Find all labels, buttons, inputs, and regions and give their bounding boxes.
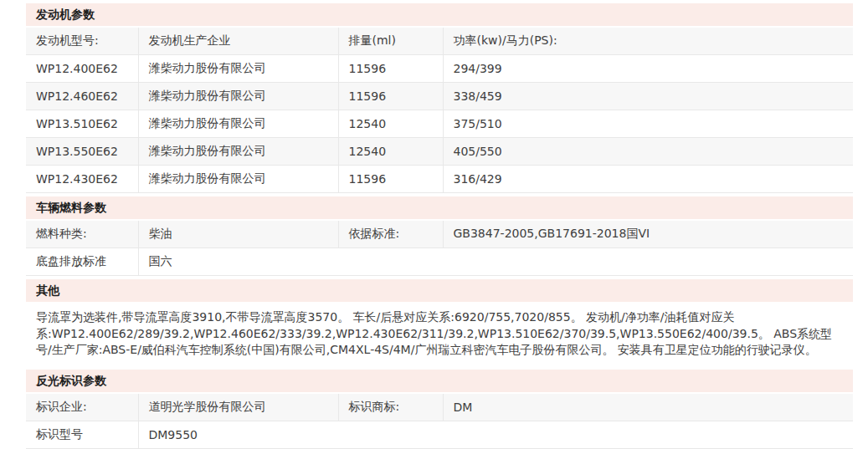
cell-engine-model: WP12.460E62 <box>26 83 138 110</box>
cell-engine-manufacturer: 潍柴动力股份有限公司 <box>138 83 338 110</box>
section-title-reflective-params: 反光标识参数 <box>26 370 853 392</box>
engine-params-table: 发动机型号: 发动机生产企业 排量(ml) 功率(kw)/马力(PS): WP1… <box>26 28 853 193</box>
cell-engine-model: WP13.510E62 <box>26 110 138 138</box>
fuel-row: 底盘排放标准 国六 <box>26 248 853 276</box>
col-header-engine-manufacturer: 发动机生产企业 <box>138 28 338 55</box>
col-header-engine-model: 发动机型号: <box>26 28 138 55</box>
cell-marking-company-label: 标识企业: <box>26 394 138 421</box>
cell-fuel-type-value: 柴油 <box>138 221 338 248</box>
cell-engine-manufacturer: 潍柴动力股份有限公司 <box>138 138 338 166</box>
fuel-row: 燃料种类: 柴油 依据标准: GB3847-2005,GB17691-2018国… <box>26 221 853 248</box>
cell-power: 294/399 <box>443 55 853 83</box>
section-title-fuel-params: 车辆燃料参数 <box>26 196 853 219</box>
cell-power: 316/429 <box>443 166 853 193</box>
cell-displacement: 12540 <box>338 110 443 138</box>
engine-row: WP12.430E62 潍柴动力股份有限公司 11596 316/429 <box>26 166 853 193</box>
cell-engine-model: WP12.400E62 <box>26 55 138 83</box>
cell-engine-manufacturer: 潍柴动力股份有限公司 <box>138 166 338 193</box>
cell-displacement: 12540 <box>338 138 443 166</box>
section-title-engine-params: 发动机参数 <box>26 3 853 26</box>
engine-row: WP12.460E62 潍柴动力股份有限公司 11596 338/459 <box>26 83 853 110</box>
cell-chassis-emission-value: 国六 <box>138 248 853 276</box>
cell-engine-manufacturer: 潍柴动力股份有限公司 <box>138 55 338 83</box>
cell-standard-value: GB3847-2005,GB17691-2018国VI <box>443 221 853 248</box>
other-notes-text: 导流罩为选装件,带导流罩高度3910,不带导流罩高度3570。 车长/后悬对应关… <box>26 304 853 366</box>
engine-table-header-row: 发动机型号: 发动机生产企业 排量(ml) 功率(kw)/马力(PS): <box>26 28 853 55</box>
engine-row: WP12.400E62 潍柴动力股份有限公司 11596 294/399 <box>26 55 853 83</box>
reflective-params-table: 标识企业: 道明光学股份有限公司 标识商标: DM 标识型号 DM9550 <box>26 394 853 449</box>
cell-marking-brand-label: 标识商标: <box>338 394 443 421</box>
cell-power: 338/459 <box>443 83 853 110</box>
section-title-other: 其他 <box>26 279 853 302</box>
cell-power: 405/550 <box>443 138 853 166</box>
col-header-power: 功率(kw)/马力(PS): <box>443 28 853 55</box>
fuel-params-table: 燃料种类: 柴油 依据标准: GB3847-2005,GB17691-2018国… <box>26 221 853 276</box>
cell-marking-brand-value: DM <box>443 394 853 421</box>
cell-engine-model: WP13.550E62 <box>26 138 138 166</box>
engine-row: WP13.550E62 潍柴动力股份有限公司 12540 405/550 <box>26 138 853 166</box>
cell-displacement: 11596 <box>338 83 443 110</box>
spec-page: 发动机参数 发动机型号: 发动机生产企业 排量(ml) 功率(kw)/马力(PS… <box>26 3 853 449</box>
cell-marking-model-label: 标识型号 <box>26 421 138 448</box>
cell-marking-company-value: 道明光学股份有限公司 <box>138 394 338 421</box>
reflective-row: 标识企业: 道明光学股份有限公司 标识商标: DM <box>26 394 853 421</box>
cell-displacement: 11596 <box>338 55 443 83</box>
cell-engine-model: WP12.430E62 <box>26 166 138 193</box>
cell-standard-label: 依据标准: <box>338 221 443 248</box>
cell-engine-manufacturer: 潍柴动力股份有限公司 <box>138 110 338 138</box>
engine-row: WP13.510E62 潍柴动力股份有限公司 12540 375/510 <box>26 110 853 138</box>
cell-displacement: 11596 <box>338 166 443 193</box>
cell-chassis-emission-label: 底盘排放标准 <box>26 248 138 276</box>
reflective-row: 标识型号 DM9550 <box>26 421 853 448</box>
col-header-displacement: 排量(ml) <box>338 28 443 55</box>
cell-power: 375/510 <box>443 110 853 138</box>
cell-marking-model-value: DM9550 <box>138 421 853 448</box>
cell-fuel-type-label: 燃料种类: <box>26 221 138 248</box>
